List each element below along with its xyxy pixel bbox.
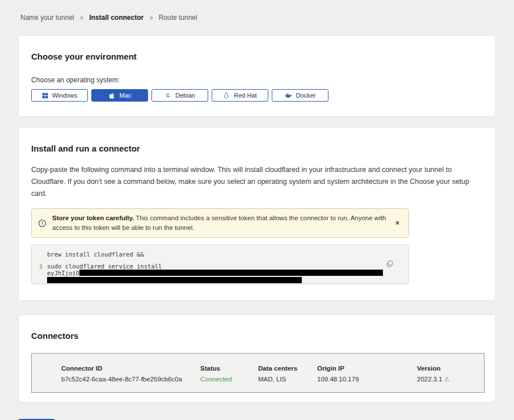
- os-button-label: Red Hat: [234, 92, 256, 99]
- shell-prompt: $: [39, 263, 47, 270]
- token-warning-banner: Store your token carefully. This command…: [31, 208, 409, 238]
- cell-connector-id: b7c52c42-6caa-48ee-8c77-fbe259cb6c0a: [61, 376, 200, 383]
- token-redaction-bar: [47, 277, 302, 283]
- col-header-origin-ip: Origin IP: [317, 365, 417, 372]
- redhat-linux-icon: [223, 92, 230, 99]
- docker-icon: [285, 92, 292, 99]
- os-button-windows[interactable]: Windows: [31, 89, 88, 102]
- apple-icon: [108, 92, 116, 99]
- code-line-3: eyJhIjoiO: [39, 270, 401, 277]
- code-sudo-command: sudo cloudflared service install: [47, 263, 162, 270]
- code-line-1: brew install cloudflared &&: [39, 251, 401, 258]
- version-warning-icon: ⚠: [444, 376, 450, 383]
- token-prefix: eyJhIjoiO: [47, 270, 79, 276]
- os-button-row: Windows Mac Debian Red Hat Docker: [31, 89, 483, 102]
- connectors-card: Connectors Connector ID Status Data cent…: [18, 314, 496, 402]
- environment-card-title: Choose your environment: [31, 52, 483, 61]
- code-line-2: $ sudo cloudflared service install: [39, 263, 401, 270]
- os-select-label: Choose an operating system:: [31, 76, 483, 84]
- cell-origin-ip: 109.48.10.179: [317, 376, 417, 383]
- breadcrumb-separator: >: [149, 14, 153, 21]
- debian-icon: [165, 92, 171, 99]
- cell-status: Connected: [200, 376, 258, 383]
- os-button-docker[interactable]: Docker: [272, 89, 328, 102]
- breadcrumb-name-your-tunnel[interactable]: Name your tunnel: [20, 14, 74, 22]
- breadcrumb-route-tunnel[interactable]: Route tunnel: [159, 14, 197, 22]
- breadcrumb-install-connector[interactable]: Install connector: [89, 14, 144, 22]
- install-card-title: Install and run a connector: [31, 144, 483, 153]
- os-button-mac[interactable]: Mac: [91, 89, 148, 102]
- copy-icon[interactable]: [386, 260, 394, 268]
- code-token-line: eyJhIjoiO: [47, 270, 383, 277]
- cell-data-centers: MAD, LIS: [258, 376, 317, 383]
- code-brew-command: brew install cloudflared &&: [47, 251, 144, 258]
- install-card: Install and run a connector Copy-paste t…: [18, 127, 496, 301]
- os-button-label: Mac: [120, 92, 132, 99]
- token-warning-title: Store your token carefully.: [52, 215, 134, 221]
- os-button-label: Windows: [52, 92, 78, 99]
- breadcrumb: Name your tunnel > Install connector > R…: [0, 0, 514, 22]
- os-button-redhat[interactable]: Red Hat: [212, 89, 268, 102]
- close-icon[interactable]: ×: [393, 220, 402, 226]
- connectors-table: Connector ID Status Data centers Origin …: [31, 353, 484, 393]
- breadcrumb-separator: >: [80, 14, 83, 21]
- windows-icon: [42, 93, 48, 99]
- alert-circle-icon: [38, 219, 47, 228]
- col-header-data-centers: Data centers: [258, 365, 317, 372]
- connectors-card-title: Connectors: [31, 331, 483, 341]
- token-redaction-bar: [79, 270, 383, 276]
- install-description: Copy-paste the following command into a …: [31, 164, 482, 200]
- col-header-status: Status: [200, 365, 258, 372]
- col-header-version: Version: [417, 365, 484, 372]
- token-warning-text: Store your token carefully. This command…: [52, 213, 387, 233]
- col-header-connector-id: Connector ID: [61, 365, 200, 372]
- code-line-4: [39, 277, 401, 284]
- os-button-label: Debian: [175, 92, 195, 99]
- os-button-label: Docker: [296, 92, 316, 99]
- install-command-code-block: brew install cloudflared && $ sudo cloud…: [31, 245, 409, 284]
- os-button-debian[interactable]: Debian: [151, 89, 208, 102]
- environment-card: Choose your environment Choose an operat…: [18, 35, 496, 117]
- cell-version: 2022.3.1⚠: [417, 376, 484, 383]
